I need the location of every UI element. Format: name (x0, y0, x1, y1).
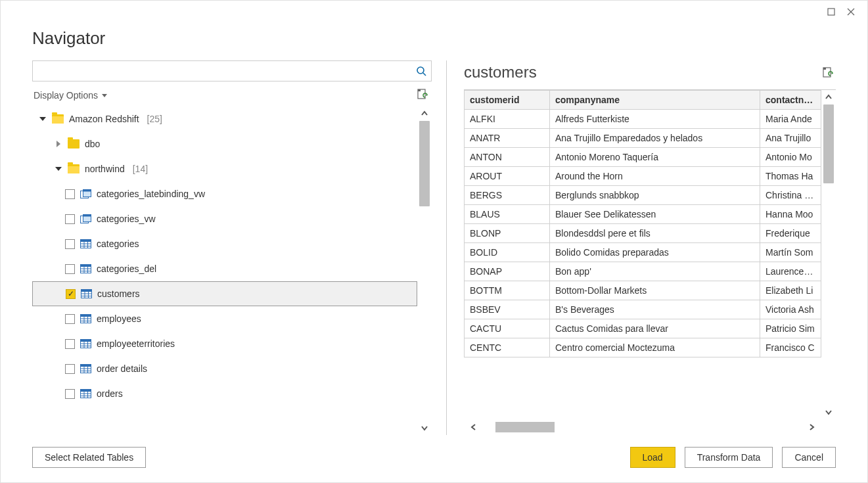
grid-cell: Hanna Moo (760, 205, 821, 224)
table-row[interactable]: ANATRAna Trujillo Emparedados y heladosA… (465, 129, 821, 148)
scroll-up-icon[interactable] (417, 106, 432, 121)
table-row[interactable]: BONAPBon app'Laurence Le (465, 262, 821, 281)
grid-cell: Thomas Ha (760, 167, 821, 186)
checkbox[interactable] (65, 389, 75, 399)
grid-column-header[interactable]: companyname (550, 91, 760, 110)
search-icon[interactable] (411, 66, 431, 76)
checkbox[interactable] (65, 339, 75, 349)
tree-node-item[interactable]: orders (32, 381, 417, 406)
tree-node-schema[interactable]: northwind [14] (32, 156, 417, 181)
grid-cell: ANATR (465, 129, 550, 148)
table-row[interactable]: CENTCCentro comercial MoctezumaFrancisco… (465, 338, 821, 357)
refresh-preview-icon[interactable] (821, 65, 836, 80)
cancel-button[interactable]: Cancel (782, 447, 836, 468)
close-button[interactable] (841, 5, 861, 19)
svg-line-4 (423, 73, 426, 76)
table-row[interactable]: AROUTAround the HornThomas Ha (465, 167, 821, 186)
grid-cell: Christina Be (760, 186, 821, 205)
grid-column-header[interactable]: customerid (465, 91, 550, 110)
view-icon (80, 214, 91, 223)
grid-cell: CENTC (465, 338, 550, 357)
search-box[interactable] (32, 60, 432, 81)
grid-cell: BLONP (465, 224, 550, 243)
grid-cell: BOTTM (465, 281, 550, 300)
scroll-thumb[interactable] (419, 121, 430, 206)
table-row[interactable]: BERGSBerglunds snabbkopChristina Be (465, 186, 821, 205)
tree-scrollbar[interactable] (417, 106, 432, 435)
grid-vertical-scrollbar[interactable] (821, 90, 836, 419)
grid-cell: Ana Trujillo Emparedados y helados (550, 129, 760, 148)
table-icon (80, 364, 91, 373)
checkbox[interactable] (65, 264, 75, 274)
table-icon (80, 314, 91, 323)
display-options-dropdown[interactable]: Display Options (34, 90, 107, 101)
tree-node-label: Amazon Redshift (69, 114, 139, 124)
refresh-tree-icon[interactable] (416, 88, 430, 103)
load-button[interactable]: Load (630, 447, 675, 468)
tree-node-item[interactable]: order details (32, 356, 417, 381)
checkbox[interactable] (66, 289, 76, 299)
select-related-tables-button[interactable]: Select Related Tables (32, 447, 146, 468)
table-row[interactable]: BOTTMBottom-Dollar MarketsElizabeth Li (465, 281, 821, 300)
scroll-thumb[interactable] (495, 422, 555, 432)
grid-column-header[interactable]: contactname (760, 91, 821, 110)
preview-title: customers (464, 63, 537, 81)
tree-node-item[interactable]: categories_del (32, 256, 417, 281)
folder-icon (52, 114, 64, 124)
view-icon (80, 189, 91, 198)
tree-node-label: categories_del (97, 264, 156, 274)
tree-node-item[interactable]: categories_latebinding_vw (32, 181, 417, 206)
checkbox[interactable] (65, 189, 75, 199)
scroll-right-icon[interactable] (802, 419, 821, 435)
scroll-down-icon[interactable] (821, 405, 836, 419)
scroll-left-icon[interactable] (464, 419, 484, 435)
tree-node-label: dbo (85, 139, 100, 149)
expander-icon[interactable] (39, 117, 47, 121)
tree-node-item[interactable]: customers (32, 281, 417, 306)
scroll-track[interactable] (484, 419, 802, 435)
tree-node-item[interactable]: employeeterritories (32, 331, 417, 356)
transform-data-button[interactable]: Transform Data (685, 447, 773, 468)
table-row[interactable]: BLONPBlondesddsl pere et filsFrederique (465, 224, 821, 243)
display-options-label: Display Options (34, 90, 98, 101)
checkbox[interactable] (65, 314, 75, 324)
grid-cell: ALFKI (465, 110, 550, 129)
svg-rect-43 (81, 365, 91, 367)
scroll-track[interactable] (821, 104, 836, 405)
svg-rect-8 (83, 190, 91, 192)
table-row[interactable]: ANTONAntonio Moreno TaqueríaAntonio Mo (465, 148, 821, 167)
table-row[interactable]: CACTUCactus Comidas para llevarPatricio … (465, 319, 821, 338)
table-row[interactable]: BSBEVB's BeveragesVictoria Ash (465, 300, 821, 319)
grid-horizontal-scrollbar[interactable] (464, 419, 821, 435)
svg-rect-13 (81, 240, 91, 242)
tree-node-item[interactable]: categories (32, 231, 417, 256)
tree-node-schema[interactable]: dbo (32, 131, 417, 156)
grid-cell: Cactus Comidas para llevar (550, 319, 760, 338)
checkbox[interactable] (65, 364, 75, 374)
grid-cell: Alfreds Futterkiste (550, 110, 760, 129)
table-row[interactable]: BOLIDBolido Comidas preparadasMartín Som (465, 243, 821, 262)
table-row[interactable]: ALFKIAlfreds FutterkisteMaria Ande (465, 110, 821, 129)
grid-cell: Centro comercial Moctezuma (550, 338, 760, 357)
svg-rect-49 (81, 390, 91, 392)
grid-cell: Elizabeth Li (760, 281, 821, 300)
scroll-track[interactable] (417, 121, 432, 421)
search-input[interactable] (33, 66, 411, 76)
preview-pane: customers customeridcompanynamecontactna… (464, 60, 836, 435)
scroll-down-icon[interactable] (417, 421, 432, 435)
checkbox[interactable] (65, 214, 75, 224)
tree-node-root[interactable]: Amazon Redshift [25] (32, 106, 417, 131)
grid-cell: Bottom-Dollar Markets (550, 281, 760, 300)
tree-node-item[interactable]: categories_vw (32, 206, 417, 231)
dialog-footer: Select Related Tables Load Transform Dat… (1, 435, 867, 482)
scroll-thumb[interactable] (823, 104, 834, 183)
table-row[interactable]: BLAUSBlauer See DelikatessenHanna Moo (465, 205, 821, 224)
tree-node-count: [14] (133, 164, 148, 174)
checkbox[interactable] (65, 239, 75, 249)
expander-icon[interactable] (55, 141, 62, 147)
tree-node-item[interactable]: employees (32, 306, 417, 331)
maximize-button[interactable] (821, 5, 841, 19)
expander-icon[interactable] (55, 167, 62, 171)
tree-node-label: employeeterritories (97, 338, 175, 349)
scroll-up-icon[interactable] (821, 90, 836, 104)
